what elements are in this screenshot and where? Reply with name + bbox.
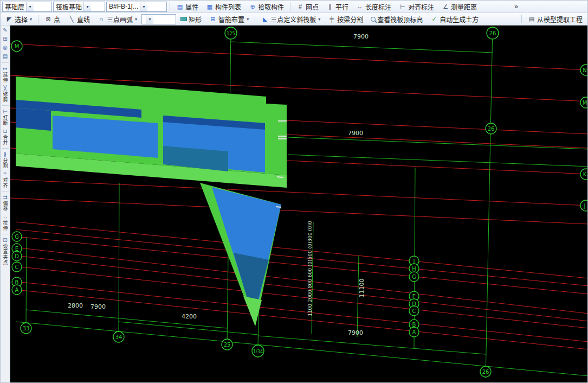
break-icon: ⊢ bbox=[3, 108, 8, 115]
axis-bubble[interactable]: A bbox=[12, 285, 22, 295]
split-by-beam-button[interactable]: ╪ 按梁分割 bbox=[325, 14, 366, 24]
slope-raft-icon: ◣ bbox=[261, 16, 269, 23]
axis-bubble[interactable]: 125 bbox=[225, 27, 237, 39]
draw-tool-button[interactable]: ✎ bbox=[1, 27, 10, 34]
check-icon: ✓ bbox=[430, 16, 438, 23]
toolbar-row-2: ◤ 选择 ▾ ⊠ 点 ╲ 直线 ∩ 三点画弧 ▾ ▾ 矩形 ⊞ 智能布置 bbox=[1, 13, 587, 25]
chevron-down-icon: ▾ bbox=[30, 17, 32, 22]
select-cursor-icon: ◤ bbox=[5, 16, 13, 23]
dimension-label: 7900 bbox=[91, 303, 106, 310]
align-icon: ≡ bbox=[4, 171, 7, 177]
properties-button[interactable]: ▤ 属性 bbox=[173, 1, 202, 12]
chevron-down-icon[interactable]: ▾ bbox=[83, 2, 91, 11]
svg-text:B: B bbox=[412, 322, 416, 328]
axis-bubble[interactable]: D bbox=[12, 251, 22, 261]
drawing-svg: M 125 26 N M K J 26 G E D C B A J H G E … bbox=[10, 25, 587, 382]
svg-text:M: M bbox=[583, 100, 587, 106]
axis-bubble[interactable]: C bbox=[12, 262, 22, 272]
dimension-label: 4200 bbox=[182, 313, 197, 320]
svg-text:33: 33 bbox=[23, 325, 30, 331]
axis-bubble[interactable]: 26 bbox=[486, 123, 496, 134]
axis-bubble[interactable]: 26 bbox=[480, 366, 491, 377]
merge-icon: ⊔ bbox=[3, 128, 8, 135]
axis-bubble[interactable]: J bbox=[580, 200, 587, 211]
svg-text:H: H bbox=[412, 266, 416, 272]
svg-text:125: 125 bbox=[227, 31, 235, 36]
wedge-tip-green[interactable] bbox=[243, 296, 262, 326]
point-tool-button[interactable]: ⊠ 点 bbox=[41, 14, 63, 24]
slab-recess-dark-blue[interactable] bbox=[16, 108, 51, 131]
floor-combo-value: 基础层 bbox=[5, 2, 24, 11]
separator bbox=[521, 15, 522, 23]
chevron-down-icon[interactable]: ▾ bbox=[26, 2, 34, 11]
measure-distance-tool[interactable]: ∠ 测量距离 bbox=[438, 1, 480, 12]
component-list-button[interactable]: ▦ 构件列表 bbox=[203, 1, 244, 12]
axis-bubble[interactable]: 1/34 bbox=[252, 345, 264, 357]
pick-component-button[interactable]: ⊕ 拾取构件 bbox=[245, 1, 287, 12]
magnifier-icon bbox=[371, 17, 376, 22]
axis-bubble[interactable]: A bbox=[409, 327, 419, 337]
svg-text:26: 26 bbox=[489, 30, 496, 36]
axis-bubble[interactable]: M bbox=[580, 97, 587, 108]
rectangle-tool-button[interactable]: 矩形 bbox=[177, 14, 205, 24]
slope-raft-button[interactable]: ◣ 三点定义斜筏板 ▾ bbox=[258, 14, 324, 24]
svg-text:A: A bbox=[412, 329, 416, 335]
element-combo[interactable]: B#FB-1[... ▾ bbox=[106, 2, 167, 12]
svg-text:26: 26 bbox=[488, 126, 495, 132]
dimension-label-vertical: 11100 bbox=[358, 279, 365, 298]
trim-tool-button[interactable]: ╳ 修剪 bbox=[1, 85, 10, 103]
left-toolbar: ✎ ⊞ ◎ ▤ ↦ 延伸 ╳ 修剪 ⊢ 打断 ⊔ 合并 bbox=[1, 25, 10, 382]
auto-earthwork-button[interactable]: ✓ 自动生成土方 bbox=[427, 14, 482, 24]
point-icon: ⊠ bbox=[44, 16, 52, 23]
axis-bubble[interactable]: 33 bbox=[21, 323, 31, 334]
extract-from-model-button[interactable]: ▤ 从模型提取工程 bbox=[525, 14, 586, 24]
smart-layout-button[interactable]: ⊞ 智能布置 ▾ bbox=[206, 14, 252, 24]
set-grips-button[interactable]: ⊡ 设置夹点 bbox=[1, 237, 10, 265]
axis-bubble[interactable]: K bbox=[580, 169, 587, 180]
layers-tool-button[interactable]: ▤ bbox=[1, 53, 10, 60]
line-icon: ╲ bbox=[68, 16, 75, 23]
svg-text:N: N bbox=[583, 67, 586, 73]
line-tool-button[interactable]: ╲ 直线 bbox=[64, 14, 93, 24]
main-canvas[interactable]: M 125 26 N M K J 26 G E D C B A J H G E … bbox=[10, 25, 587, 382]
axis-bubble[interactable]: G bbox=[409, 272, 419, 282]
raft-slab-3d[interactable] bbox=[16, 76, 287, 326]
split-tool-button[interactable]: ∦ 分割 bbox=[1, 151, 10, 169]
axis-bubble[interactable]: M bbox=[11, 41, 22, 52]
extend-tool-button[interactable]: ↦ 延伸 bbox=[1, 66, 10, 83]
axis-bubble[interactable]: 25 bbox=[222, 339, 232, 350]
break-tool-button[interactable]: ⊢ 打断 bbox=[1, 108, 10, 126]
snap-tool-button[interactable]: ◎ bbox=[1, 44, 10, 51]
offset-tool-button[interactable]: ⇉ 偏移 bbox=[1, 194, 10, 212]
select-tool-button[interactable]: ◤ 选择 ▾ bbox=[2, 14, 35, 24]
view-raft-elevation-button[interactable]: 查看筏板顶标高 bbox=[367, 14, 426, 24]
chevron-down-icon[interactable]: ▾ bbox=[146, 15, 153, 24]
axis-bubble[interactable]: 26 bbox=[487, 27, 499, 39]
pencil-icon: ✎ bbox=[3, 27, 7, 34]
arc-options-combo[interactable]: ▾ bbox=[141, 14, 176, 24]
dimension-label: 7900 bbox=[348, 329, 363, 336]
length-dimension-tool[interactable]: ↔ 长度标注 bbox=[353, 1, 395, 12]
smart-layout-icon: ⊞ bbox=[209, 16, 217, 23]
axis-bubble[interactable]: 34 bbox=[113, 331, 124, 342]
floor-combo[interactable]: 基础层 ▾ bbox=[2, 2, 52, 12]
category-combo[interactable]: 筏板基础 ▾ bbox=[53, 2, 105, 12]
align-tool-button[interactable]: ≡ 对齐 bbox=[1, 171, 10, 188]
parallel-icon: ∥ bbox=[326, 3, 334, 10]
axis-bubble[interactable]: N bbox=[580, 65, 587, 75]
separator bbox=[2, 148, 9, 149]
stretch-tool-button[interactable]: ↔ 拉伸 bbox=[1, 214, 10, 231]
grid-tool-button[interactable]: ⊞ bbox=[1, 36, 10, 42]
toolbar-overflow-button[interactable]: » bbox=[512, 1, 521, 12]
chevron-down-icon[interactable]: ▾ bbox=[140, 2, 147, 11]
svg-text:1/34: 1/34 bbox=[253, 349, 263, 354]
separator bbox=[170, 2, 170, 11]
grid-point-tool[interactable]: # 网点 bbox=[293, 1, 322, 12]
merge-tool-button[interactable]: ⊔ 合并 bbox=[1, 128, 10, 145]
axis-bubble[interactable]: C bbox=[409, 306, 419, 316]
three-point-arc-button[interactable]: ∩ 三点画弧 ▾ bbox=[94, 14, 140, 24]
parallel-tool[interactable]: ∥ 平行 bbox=[323, 1, 352, 12]
dimension-label: 7900 bbox=[348, 130, 363, 137]
axis-bubble[interactable]: G bbox=[12, 232, 22, 241]
aligned-dimension-tool[interactable]: ⊢ 对齐标注 bbox=[396, 1, 437, 12]
